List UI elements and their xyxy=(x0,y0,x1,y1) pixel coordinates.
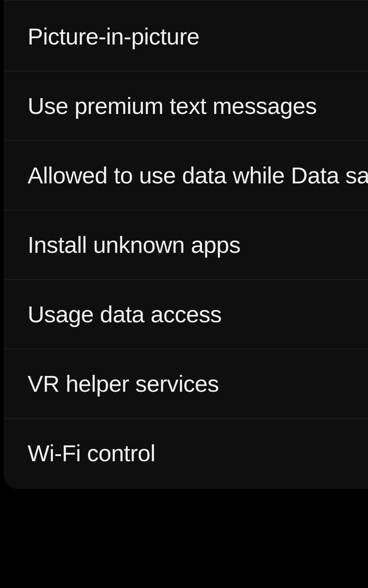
settings-list: Picture-in-picture Use premium text mess… xyxy=(4,0,368,489)
settings-item-label: Install unknown apps xyxy=(28,232,240,258)
settings-item-label: Wi-Fi control xyxy=(28,440,155,466)
settings-item-label: Use premium text messages xyxy=(28,93,317,119)
settings-item-label: Picture-in-picture xyxy=(28,24,199,49)
settings-item-label: VR helper services xyxy=(28,371,219,397)
settings-item-install-unknown[interactable]: Install unknown apps xyxy=(4,210,368,280)
settings-item-label: Usage data access xyxy=(28,301,222,327)
settings-item-vr-helper[interactable]: VR helper services xyxy=(4,349,368,419)
settings-item-allowed-data[interactable]: Allowed to use data while Data saver is … xyxy=(4,141,368,210)
settings-item-wifi-control[interactable]: Wi-Fi control xyxy=(4,419,368,489)
settings-item-label: Allowed to use data while Data saver is … xyxy=(28,162,368,188)
settings-item-usage-data[interactable]: Usage data access xyxy=(4,280,368,349)
settings-item-premium-text[interactable]: Use premium text messages xyxy=(4,71,368,141)
settings-item-picture-in-picture[interactable]: Picture-in-picture xyxy=(4,0,368,71)
